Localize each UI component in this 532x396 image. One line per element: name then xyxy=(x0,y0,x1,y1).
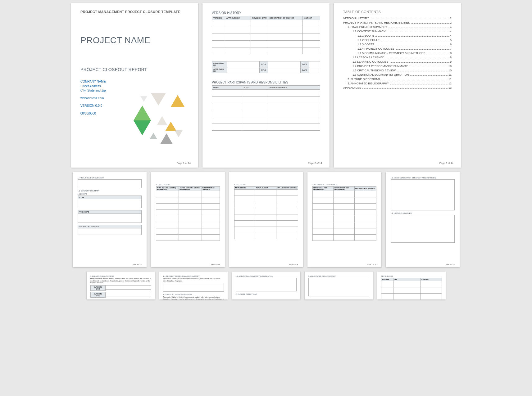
page-8-comm-lessons: 1.1.5 COMMUNICATION STRATEGY AND METHODS… xyxy=(386,172,460,267)
toc-item: 1.1.5 COMMUNICATION STRATEGY AND METHODS… xyxy=(343,52,452,55)
toc-item: 1.5 CRITICAL THINKING REVIEW10 xyxy=(343,69,452,72)
col-description: DESCRIPTION OF CHANGE xyxy=(268,16,302,20)
toc-label: 1.1.3 COSTS xyxy=(357,43,374,46)
toc-dots xyxy=(396,48,449,50)
sec-future: 2. FUTURE DIRECTIONS xyxy=(236,293,297,295)
appendices-table: APPENDIX ITEM LOCATION xyxy=(381,278,442,299)
city-state: City, State and Zip xyxy=(80,88,189,93)
toc-dots xyxy=(386,56,449,58)
toc-dots xyxy=(375,35,449,37)
toc-page: 13 xyxy=(448,86,452,89)
costs-table: INITIAL BUDGET ACTUAL BUDGET EXPLANATION… xyxy=(234,186,298,239)
sec-lessons: 1.2 LESSONS LEARNED xyxy=(391,212,455,214)
toc-item: 1.2 LESSONS LEARNED8 xyxy=(343,56,452,59)
outcome-name-label-1: OUTCOME NAME xyxy=(90,285,106,291)
page-1-cover: PROJECT MANAGEMENT PROJECT CLOSURE TEMPL… xyxy=(71,3,198,168)
page-11-additional: 1.6 ADDITIONAL SUMMARY INFORMATION 2. FU… xyxy=(232,272,300,299)
page-number: Page 1 of 14 xyxy=(177,162,191,164)
toc-page: 9 xyxy=(450,60,452,63)
toc-label: APPENDICES xyxy=(343,86,361,89)
critical-body: This section highlights the team's appro… xyxy=(163,296,224,299)
report-subtitle: PROJECT CLOSEOUT REPORT xyxy=(80,67,189,72)
row-approved-by: APPROVED BY xyxy=(212,67,227,73)
toc-dots xyxy=(410,74,448,76)
toc-dots xyxy=(409,65,448,67)
toc-label: 1.2 LESSONS LEARNED xyxy=(352,56,384,59)
toc-page: 4 xyxy=(450,30,452,33)
toc-label: PROJECT PARTICIPANTS AND RESPONSIBILITIE… xyxy=(343,21,410,24)
toc-item: 1.4 PROJECT PERFORMANCE SUMMARY10 xyxy=(343,65,452,68)
toc-item: 1.1.3 COSTS6 xyxy=(343,43,452,46)
approval-table: PREPARED BY TITLE DATE APPROVED BY TITLE… xyxy=(212,61,320,73)
toc-item: 1.6 ADDITIONAL SUMMARY INFORMATION11 xyxy=(343,73,452,76)
page-number: Page 6 of 14 xyxy=(289,263,298,265)
toc-label: VERSION HISTORY xyxy=(343,17,369,20)
version-history-table: VERSION APPROVED BY REVISION DATE DESCRI… xyxy=(212,16,320,54)
toc-dots xyxy=(390,83,448,84)
toc-page: 2 xyxy=(450,21,452,24)
toc-label: 1.6 ADDITIONAL SUMMARY INFORMATION xyxy=(352,73,409,76)
toc-dots xyxy=(362,87,448,89)
toc-page: 6 xyxy=(450,43,452,46)
page-number: Page 2 of 14 xyxy=(308,162,322,164)
toc-page: 10 xyxy=(448,69,452,72)
col-version: VERSION xyxy=(212,16,225,20)
toc-dots xyxy=(427,52,449,54)
toc-label: 1.1.1 SCOPE xyxy=(357,34,374,37)
sec-comm: 1.1.5 COMMUNICATION STRATEGY AND METHODS xyxy=(391,177,455,179)
toc-item: 1. FINAL PROJECT SUMMARY4 xyxy=(343,25,452,29)
toc-dots xyxy=(397,70,448,71)
toc-item: 1.1.4 PROJECT OUTCOMES7 xyxy=(343,47,452,50)
toc-page: 7 xyxy=(450,47,452,50)
toc-dots xyxy=(370,17,449,19)
participants-table: NAME ROLE RESPONSIBILITIES xyxy=(212,85,320,131)
toc-label: 1.1 CONTENT SUMMARY xyxy=(352,30,386,33)
toc-page: 12 xyxy=(448,82,452,85)
toc-dots xyxy=(381,78,448,80)
sec-critical: 1.5 CRITICAL THINKING REVIEW xyxy=(163,294,224,295)
toc-label: 1.3 LEARNING OUTCOMES xyxy=(352,60,389,63)
toc-item: VERSION HISTORY2 xyxy=(343,17,452,20)
toc-page: 8 xyxy=(450,56,452,59)
col-role: ROLE xyxy=(242,86,268,90)
col-author: AUTHOR xyxy=(303,16,320,20)
sec-appendices: APPENDICES xyxy=(381,275,442,277)
sec-performance: 1.4 PROJECT PERFORMANCE SUMMARY xyxy=(163,275,224,277)
toc-page: 10 xyxy=(448,65,452,68)
toc-item: 1.1.2 SCHEDULE5 xyxy=(343,38,452,42)
toc-label: 2. FUTURE DIRECTIONS xyxy=(348,78,380,81)
outcomes-table: INITIAL GOALS AND DELIVERABLES ACTUAL GO… xyxy=(312,186,376,241)
toc-label: 3. ANNOTATED BIBLIOGRAPHY xyxy=(348,82,389,85)
page-12-bibliography: 3. ANNOTATED BIBLIOGRAPHY xyxy=(305,272,373,299)
toc-item: APPENDICES13 xyxy=(343,86,452,89)
sec-final-summary: 1. FINAL PROJECT SUMMARY xyxy=(78,177,142,179)
toc-page: 4 xyxy=(450,25,452,29)
col-revision-date: REVISION DATE xyxy=(251,16,268,20)
toc-page: 8 xyxy=(450,52,452,55)
toc-dots xyxy=(381,39,449,41)
toc-label: 1.1.2 SCHEDULE xyxy=(357,38,380,42)
sec-learning: 1.3 LEARNING OUTCOMES xyxy=(90,275,151,277)
toc-dots xyxy=(389,26,449,28)
toc-dots xyxy=(387,30,449,32)
learning-body: Briefly summarize how the learning outco… xyxy=(90,278,151,284)
sec-bibliography: 3. ANNOTATED BIBLIOGRAPHY xyxy=(308,275,369,277)
toc-label: 1.5 CRITICAL THINKING REVIEW xyxy=(352,69,396,72)
toc-page: 11 xyxy=(448,73,452,76)
project-title: PROJECT NAME xyxy=(80,35,189,45)
participants-title: PROJECT PARTICIPANTS AND RESPONSIBILITIE… xyxy=(212,81,320,84)
page-6-costs: 1.1.3 COSTS INITIAL BUDGET ACTUAL BUDGET… xyxy=(229,172,303,267)
col-responsibilities: RESPONSIBILITIES xyxy=(268,86,320,90)
sec-additional: 1.6 ADDITIONAL SUMMARY INFORMATION xyxy=(236,275,297,277)
toc-page: 5 xyxy=(450,38,452,42)
toc-page: 11 xyxy=(448,78,452,81)
toc-item: PROJECT PARTICIPANTS AND RESPONSIBILITIE… xyxy=(343,21,452,24)
toc-list: VERSION HISTORY2PROJECT PARTICIPANTS AND… xyxy=(343,17,452,89)
schedule-table: INITIAL SCHEDULE with Key Milestone Date… xyxy=(156,186,220,241)
sec-scope: 1.1.1 SCOPE xyxy=(78,193,142,195)
toc-page: 2 xyxy=(450,17,452,20)
page-number: Page 4 of 14 xyxy=(133,263,141,265)
toc-page: 4 xyxy=(450,34,452,37)
page-10-performance: 1.4 PROJECT PERFORMANCE SUMMARY This sec… xyxy=(159,272,228,299)
toc-dots xyxy=(390,61,449,63)
